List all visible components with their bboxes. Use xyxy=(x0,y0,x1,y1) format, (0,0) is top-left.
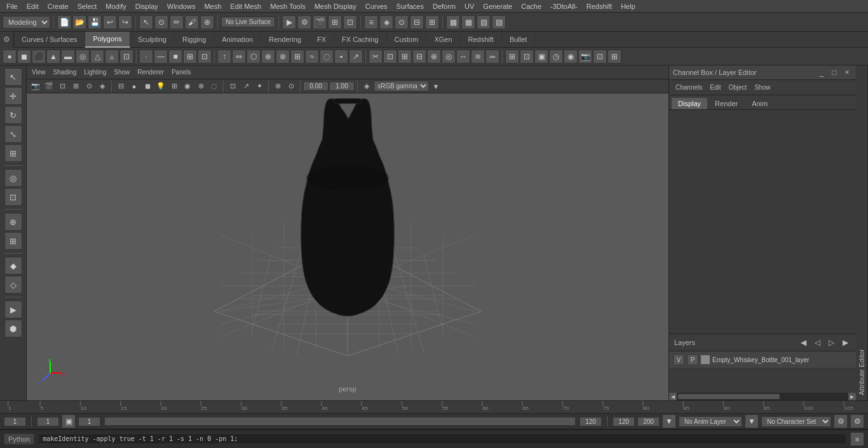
tab-fx-caching[interactable]: FX Caching xyxy=(334,32,386,48)
merge-icon[interactable]: ⊕ xyxy=(261,50,275,64)
ui-toggle-2[interactable]: ▦ xyxy=(461,15,475,29)
camera-icon[interactable]: 📷 xyxy=(29,80,42,93)
resolution-icon[interactable]: ⊡ xyxy=(56,80,69,93)
script-editor-btn[interactable]: ≡ xyxy=(850,432,864,446)
flat-shade-icon[interactable]: ◼ xyxy=(141,80,154,93)
no-live-surface-btn[interactable]: No Live Surface xyxy=(221,17,275,27)
new-file-icon[interactable]: 📄 xyxy=(57,15,71,29)
anim-layer-options-icon[interactable]: ▼ xyxy=(745,414,759,428)
isolate-icon[interactable]: ⊡ xyxy=(226,80,239,93)
char-set-options2[interactable]: ⚙ xyxy=(850,414,864,428)
object-menu[interactable]: Object xyxy=(726,83,750,92)
near-clip[interactable] xyxy=(329,81,355,91)
vp-menu-renderer[interactable]: Renderer xyxy=(135,67,166,77)
edit-menu[interactable]: Edit xyxy=(707,83,723,92)
channels-menu[interactable]: Channels xyxy=(673,83,705,92)
lasso-icon[interactable]: ⊙ xyxy=(154,15,168,29)
tab-polygons[interactable]: Polygons xyxy=(85,32,130,48)
outliner-icon[interactable]: ≡ xyxy=(364,15,378,29)
save-file-icon[interactable]: 💾 xyxy=(88,15,102,29)
heads-up-icon[interactable]: ⊕ xyxy=(271,80,284,93)
uv-icon[interactable]: ⊞ xyxy=(183,50,197,64)
node-editor-icon[interactable]: ⊙ xyxy=(395,15,409,29)
uv-auto-icon[interactable]: ⊡ xyxy=(520,50,534,64)
display-render-icon[interactable]: ⊞ xyxy=(328,15,342,29)
layer-playback-btn[interactable]: P xyxy=(687,354,698,365)
menu-cache[interactable]: Cache xyxy=(517,1,545,11)
ipr-icon[interactable]: 🎬 xyxy=(313,15,327,29)
rotate-tool-btn[interactable]: ↻ xyxy=(4,106,22,124)
menu-generate[interactable]: Generate xyxy=(479,1,516,11)
menu-curves[interactable]: Curves xyxy=(362,1,391,11)
render-settings-icon[interactable]: ⚙ xyxy=(297,15,311,29)
pose-editor-icon[interactable]: ⊞ xyxy=(425,15,439,29)
extrude-icon[interactable]: ↑ xyxy=(217,50,231,64)
tab-curves-surfaces[interactable]: Curves / Surfaces xyxy=(14,32,85,48)
brush-icon[interactable]: ✏ xyxy=(170,15,184,29)
menu-mesh-tools[interactable]: Mesh Tools xyxy=(266,1,309,11)
field-of-view[interactable] xyxy=(303,81,329,91)
menu-mesh[interactable]: Mesh xyxy=(200,1,225,11)
vertex-icon[interactable]: · xyxy=(139,50,153,64)
tab-render[interactable]: Render xyxy=(709,98,744,109)
playblast-icon[interactable]: ⊡ xyxy=(343,15,357,29)
light-mode-icon[interactable]: 💡 xyxy=(154,80,167,93)
scroll-left-btn[interactable]: ◀ xyxy=(669,393,677,400)
uv-planar-icon[interactable]: ▣ xyxy=(534,50,548,64)
menu-surfaces[interactable]: Surfaces xyxy=(393,1,428,11)
start-frame-field[interactable] xyxy=(37,417,59,426)
viewport-effects-icon[interactable]: ✦ xyxy=(253,80,266,93)
redo-icon[interactable]: ↪ xyxy=(118,15,132,29)
shape-editor-icon[interactable]: ⊟ xyxy=(410,15,424,29)
paint-icon[interactable]: 🖌 xyxy=(185,15,199,29)
python-label[interactable]: Python xyxy=(4,433,34,445)
menu-uv[interactable]: UV xyxy=(461,1,478,11)
tab-animation[interactable]: Animation xyxy=(214,32,261,48)
tab-redshift[interactable]: Redshift xyxy=(461,32,502,48)
fill-icon[interactable]: ▪ xyxy=(334,50,348,64)
tab-custom[interactable]: Custom xyxy=(387,32,427,48)
cylinder-icon[interactable]: ⬛ xyxy=(32,50,46,64)
face-icon[interactable]: ■ xyxy=(168,50,182,64)
select-tool-icon[interactable]: ↖ xyxy=(139,15,153,29)
uv-editor-icon[interactable]: ⊞ xyxy=(505,50,519,64)
smooth-icon[interactable]: ≈ xyxy=(305,50,319,64)
ipr-btn[interactable]: ⬢ xyxy=(4,320,22,337)
open-file-icon[interactable]: 📂 xyxy=(72,15,86,29)
ui-toggle-4[interactable]: ▨ xyxy=(492,15,506,29)
vp-menu-show[interactable]: Show xyxy=(111,67,132,77)
menu-edit[interactable]: Edit xyxy=(23,1,43,11)
boolean-icon[interactable]: ⊗ xyxy=(276,50,290,64)
ui-toggle-3[interactable]: ▧ xyxy=(477,15,491,29)
shadow-icon[interactable]: ◉ xyxy=(181,80,194,93)
smooth-shade-icon[interactable]: ● xyxy=(128,80,140,93)
split-icon[interactable]: ✂ xyxy=(369,50,383,64)
tab-fx[interactable]: FX xyxy=(309,32,334,48)
snap-points-btn[interactable]: ⊕ xyxy=(4,213,22,231)
merge-edge-icon[interactable]: ⊕ xyxy=(427,50,441,64)
mirror-icon[interactable]: ⊞ xyxy=(290,50,304,64)
render-icon[interactable]: ▶ xyxy=(282,15,296,29)
char-set-dropdown[interactable]: No Character Set xyxy=(761,416,831,427)
playback-speed-field[interactable] xyxy=(637,417,660,426)
sphere-icon[interactable]: ● xyxy=(3,50,17,64)
hypershade-icon[interactable]: ◈ xyxy=(379,15,393,29)
color-mgmt-icon[interactable]: ▼ xyxy=(430,80,442,93)
menu-create[interactable]: Create xyxy=(44,1,72,11)
playback-icon[interactable]: ▣ xyxy=(62,414,76,428)
slide-icon[interactable]: ↔ xyxy=(456,50,470,64)
torus-icon[interactable]: ◎ xyxy=(76,50,90,64)
cb-close-btn[interactable]: × xyxy=(842,67,852,78)
color-space-icon[interactable]: ◈ xyxy=(360,80,373,93)
layers-prev-btn[interactable]: ◀ xyxy=(797,337,809,348)
uv-cylindrical-icon[interactable]: ◷ xyxy=(549,50,563,64)
cone-icon[interactable]: ▲ xyxy=(46,50,60,64)
undo-icon[interactable]: ↩ xyxy=(103,15,117,29)
menu-display[interactable]: Display xyxy=(132,1,162,11)
tab-anim[interactable]: Anim xyxy=(745,98,774,109)
snap-icon[interactable]: ⊙ xyxy=(83,80,95,93)
film-icon[interactable]: 🎬 xyxy=(43,80,55,93)
layers-next-btn[interactable]: ▷ xyxy=(825,337,837,348)
show-menu[interactable]: Show xyxy=(752,83,773,92)
scroll-right-btn[interactable]: ▶ xyxy=(848,393,856,400)
